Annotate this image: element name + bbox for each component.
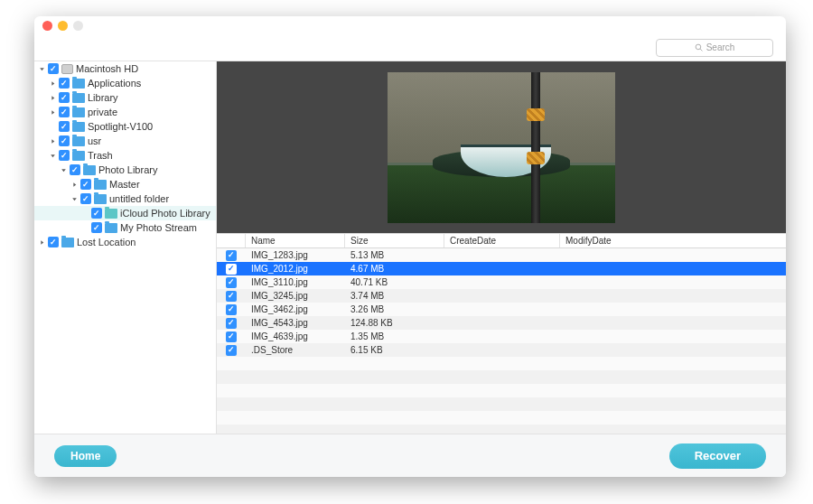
table-row[interactable]: IMG_2012.jpg4.67 MB bbox=[217, 262, 786, 275]
disclosure-down-icon[interactable] bbox=[49, 152, 56, 159]
folder-icon bbox=[72, 122, 85, 132]
checkbox[interactable] bbox=[226, 331, 237, 342]
disclosure-right-icon[interactable] bbox=[70, 181, 78, 188]
table-body[interactable]: IMG_1283.jpg5.13 MBIMG_2012.jpg4.67 MBIM… bbox=[217, 248, 786, 434]
checkbox[interactable] bbox=[48, 237, 59, 247]
svg-point-0 bbox=[696, 44, 701, 50]
sidebar-tree[interactable]: Macintosh HDApplicationsLibraryprivateSp… bbox=[34, 61, 217, 434]
sidebar-item-label: Trash bbox=[88, 150, 113, 161]
svg-marker-10 bbox=[72, 198, 77, 201]
cell-size: 3.26 MB bbox=[345, 304, 444, 314]
table-row[interactable]: IMG_3462.jpg3.26 MB bbox=[217, 303, 786, 316]
table-row[interactable]: .DS_Store6.15 KB bbox=[217, 343, 786, 357]
sidebar-item-label: private bbox=[88, 107, 117, 117]
checkbox[interactable] bbox=[91, 222, 102, 233]
table-row[interactable]: IMG_3245.jpg3.74 MB bbox=[217, 289, 786, 303]
sidebar-item[interactable]: Photo Library bbox=[34, 163, 216, 177]
checkbox[interactable] bbox=[70, 164, 80, 175]
table-row[interactable]: IMG_3110.jpg40.71 KB bbox=[217, 275, 786, 289]
checkbox[interactable] bbox=[59, 92, 70, 103]
table-row[interactable]: IMG_1283.jpg5.13 MB bbox=[217, 248, 786, 262]
checkbox[interactable] bbox=[91, 208, 102, 219]
checkbox[interactable] bbox=[80, 179, 91, 190]
col-modify[interactable]: ModifyDate bbox=[560, 234, 786, 247]
col-name[interactable]: Name bbox=[246, 234, 345, 247]
checkbox[interactable] bbox=[226, 277, 237, 288]
table-row[interactable]: IMG_4543.jpg124.88 KB bbox=[217, 316, 786, 330]
recover-button[interactable]: Recover bbox=[669, 443, 766, 469]
sidebar-item-label: Master bbox=[109, 179, 140, 190]
sidebar-item-label: untitled folder bbox=[109, 193, 169, 204]
svg-marker-7 bbox=[51, 154, 55, 157]
folder-icon bbox=[105, 223, 117, 233]
checkbox[interactable] bbox=[226, 304, 237, 315]
sidebar-item[interactable]: usr bbox=[34, 134, 216, 148]
disclosure-right-icon[interactable] bbox=[49, 137, 56, 145]
checkbox[interactable] bbox=[59, 107, 70, 117]
disclosure-down-icon[interactable] bbox=[70, 195, 78, 202]
content-area: Name Size CreateDate ModifyDate IMG_1283… bbox=[217, 61, 786, 434]
cell-size: 4.67 MB bbox=[345, 264, 444, 274]
sidebar-item[interactable]: My Photo Stream bbox=[34, 220, 216, 235]
minimize-icon[interactable] bbox=[58, 21, 68, 31]
cell-name: .DS_Store bbox=[246, 345, 345, 355]
disclosure-right-icon[interactable] bbox=[49, 94, 56, 101]
svg-marker-2 bbox=[40, 68, 44, 70]
folder-icon bbox=[94, 180, 107, 190]
svg-marker-6 bbox=[51, 139, 54, 144]
sidebar-item[interactable]: Spotlight-V100 bbox=[34, 119, 216, 134]
sidebar-item-label: My Photo Stream bbox=[120, 222, 197, 233]
preview-pane bbox=[217, 61, 786, 233]
sidebar-item[interactable]: iCloud Photo Library bbox=[34, 206, 216, 220]
disclosure-right-icon[interactable] bbox=[49, 79, 56, 87]
checkbox[interactable] bbox=[59, 78, 70, 89]
col-create[interactable]: CreateDate bbox=[444, 234, 560, 247]
table-header: Name Size CreateDate ModifyDate bbox=[217, 233, 786, 248]
search-input[interactable]: Search bbox=[656, 39, 773, 57]
close-icon[interactable] bbox=[42, 21, 52, 31]
sidebar-item[interactable]: Lost Location bbox=[34, 235, 216, 249]
table-row[interactable]: IMG_4639.jpg1.35 MB bbox=[217, 330, 786, 343]
cell-name: IMG_4639.jpg bbox=[246, 331, 345, 341]
folder-icon bbox=[105, 209, 117, 219]
sidebar-item-label: Lost Location bbox=[77, 237, 136, 247]
svg-marker-11 bbox=[41, 240, 43, 245]
sidebar-item[interactable]: Trash bbox=[34, 148, 216, 163]
sidebar-item[interactable]: Macintosh HD bbox=[34, 61, 216, 76]
checkbox[interactable] bbox=[48, 63, 59, 74]
cell-name: IMG_1283.jpg bbox=[246, 250, 345, 260]
folder-icon bbox=[72, 136, 85, 146]
sidebar-item-label: Macintosh HD bbox=[76, 63, 138, 74]
checkbox[interactable] bbox=[80, 193, 91, 204]
checkbox[interactable] bbox=[59, 121, 70, 132]
cell-name: IMG_3110.jpg bbox=[246, 277, 345, 287]
col-size[interactable]: Size bbox=[345, 234, 444, 247]
sidebar-item[interactable]: private bbox=[34, 105, 216, 119]
cell-size: 6.15 KB bbox=[345, 345, 444, 355]
disclosure-right-icon[interactable] bbox=[49, 108, 56, 116]
sidebar-item[interactable]: Applications bbox=[34, 76, 216, 90]
disclosure-down-icon[interactable] bbox=[60, 166, 67, 173]
maximize-icon[interactable] bbox=[73, 21, 83, 31]
checkbox[interactable] bbox=[226, 318, 237, 329]
folder-icon bbox=[94, 194, 107, 204]
checkbox[interactable] bbox=[59, 135, 70, 146]
sidebar-item[interactable]: Library bbox=[34, 90, 216, 105]
checkbox[interactable] bbox=[226, 345, 237, 356]
cell-size: 124.88 KB bbox=[345, 318, 444, 328]
sidebar-item[interactable]: untitled folder bbox=[34, 191, 216, 206]
sidebar-item-label: Spotlight-V100 bbox=[88, 121, 153, 132]
disclosure-right-icon[interactable] bbox=[38, 238, 45, 246]
preview-image bbox=[388, 72, 615, 223]
checkbox[interactable] bbox=[59, 150, 70, 161]
sidebar-item[interactable]: Master bbox=[34, 177, 216, 191]
sidebar-item-label: Library bbox=[88, 92, 118, 103]
checkbox[interactable] bbox=[226, 264, 237, 275]
checkbox[interactable] bbox=[226, 250, 237, 261]
checkbox[interactable] bbox=[226, 291, 237, 302]
app-window: Search Macintosh HDApplicationsLibrarypr… bbox=[34, 16, 786, 477]
home-button[interactable]: Home bbox=[54, 445, 117, 467]
folder-icon bbox=[61, 238, 74, 247]
cell-name: IMG_3462.jpg bbox=[246, 304, 345, 314]
disclosure-down-icon[interactable] bbox=[38, 65, 45, 72]
